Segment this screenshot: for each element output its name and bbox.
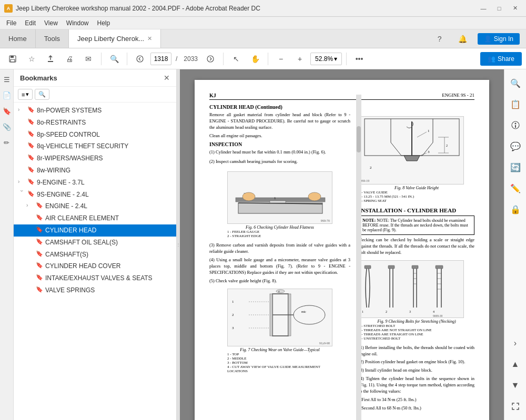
right-comment-button[interactable]: 💬 <box>506 137 525 156</box>
bookmark-label: ENGINE - 2.4L <box>45 202 87 211</box>
pdf-page: KJ ENGINE 9S - 21 CYLINDER HEAD (Continu… <box>195 80 489 420</box>
app-icon: A <box>4 4 13 13</box>
bookmark-8w-wiring[interactable]: › 🔖 8w-WIRING <box>14 165 176 177</box>
bookmark-air-cleaner[interactable]: › 🔖 AIR CLEANER ELEMENT <box>14 212 176 224</box>
bookmark-label: 8w-WIRING <box>37 166 70 175</box>
email-button[interactable]: ✉ <box>80 50 97 67</box>
panel-search-button[interactable]: 🔍 <box>35 89 49 100</box>
toolbar-divider-5 <box>346 53 347 65</box>
pdf-viewer-area[interactable]: KJ ENGINE 9S - 21 CYLINDER HEAD (Continu… <box>180 69 504 420</box>
hand-tool-button[interactable]: ✋ <box>247 50 264 67</box>
pdf-figure-7: 1 2 3 mic 4 91y9-98 <box>209 289 350 373</box>
menu-help[interactable]: Help <box>93 18 115 28</box>
svg-rect-1 <box>11 56 14 58</box>
bookmark-icon: 🔖 <box>36 202 43 209</box>
scroll-up-button[interactable]: ▲ <box>506 355 525 374</box>
panel-options-button[interactable]: ≡ ▾ <box>18 89 33 100</box>
save-button[interactable] <box>4 50 21 67</box>
right-collapse-button[interactable]: › <box>506 334 525 353</box>
select-tool-button[interactable]: ↖ <box>228 50 245 67</box>
right-expand-button[interactable] <box>506 397 525 416</box>
options-arrow: ▾ <box>26 91 29 98</box>
bookmark-8p-speed[interactable]: › 🔖 8p-SPEED CONTROL <box>14 129 176 141</box>
bookmark-engine-24l[interactable]: › 🔖 ENGINE - 2.4L <box>14 200 176 212</box>
share-button[interactable]: 👥 Share <box>480 52 522 66</box>
window-controls[interactable]: — □ ✕ <box>477 3 522 14</box>
pdf-two-col-top: Remove all gasket material from cylinder… <box>209 112 474 414</box>
scroll-down-button[interactable]: ▼ <box>506 376 525 395</box>
panel-close-button[interactable]: ✕ <box>164 74 170 82</box>
bookmarks-panel: Bookmarks ✕ ≡ ▾ 🔍 › 🔖 8n-POWER SYSTEMS ›… <box>14 69 177 420</box>
fig7-labels: 1 - TOP 2 - MIDDLE 3 - BOTTOM 4 - CUT AW… <box>227 352 332 373</box>
bookmark-8q-theft[interactable]: › 🔖 8q-VEHICLE THEFT SECURITY <box>14 140 176 152</box>
signatures-button[interactable]: ✏ <box>1 137 13 148</box>
svg-rect-2 <box>11 59 15 62</box>
right-edit-button[interactable]: ✏️ <box>506 179 525 198</box>
tab-home[interactable]: Home <box>0 29 36 48</box>
minimize-button[interactable]: — <box>477 3 490 14</box>
attachments-button[interactable]: 📎 <box>1 121 13 132</box>
page-number-input[interactable] <box>150 53 171 65</box>
notifications-button[interactable]: 🔔 <box>454 30 471 47</box>
bookmark-camshaft[interactable]: › 🔖 CAMSHAFT(S) <box>14 249 176 261</box>
tab-tools[interactable]: Tools <box>36 29 69 48</box>
tab-document[interactable]: Jeep Liberty Cherok... ✕ <box>69 29 161 48</box>
next-page-button[interactable] <box>202 50 219 67</box>
installation-title: INSTALLATION - CYLINDER HEAD <box>359 207 474 213</box>
bookmark-button[interactable]: ☆ <box>23 50 40 67</box>
bookmark-intake-exhaust[interactable]: › 🔖 INTAKE/EXHAUST VALVES & SEATS <box>14 272 176 284</box>
bookmark-9s-engine-24[interactable]: › 🔖 9S-ENGINE - 2.4L <box>14 189 176 201</box>
menu-edit[interactable]: Edit <box>21 18 40 28</box>
svg-point-62 <box>514 123 516 125</box>
help-button[interactable]: ? <box>431 30 448 47</box>
tab-close-button[interactable]: ✕ <box>147 35 152 42</box>
menu-view[interactable]: View <box>40 18 62 28</box>
sign-in-button[interactable]: 👤 Sign In <box>478 33 520 45</box>
svg-rect-5 <box>238 203 322 213</box>
menu-file[interactable]: File <box>2 18 21 28</box>
share-icon: 👥 <box>488 55 495 63</box>
page-separator: / <box>176 55 177 63</box>
zoom-level-display[interactable]: 52.8% ▾ <box>310 53 342 65</box>
review-icon <box>511 120 520 130</box>
maximize-button[interactable]: □ <box>492 3 506 14</box>
bookmark-cylinder-head-cover[interactable]: › 🔖 CYLINDER HEAD COVER <box>14 260 176 272</box>
right-review-button[interactable] <box>506 116 525 135</box>
fig7-svg: 1 2 3 mic 4 <box>228 289 332 346</box>
bookmark-cylinder-head[interactable]: › 🔖 CYLINDER HEAD <box>14 224 176 237</box>
svg-rect-45 <box>412 265 418 269</box>
svg-text:4: 4 <box>433 310 434 313</box>
right-translate-button[interactable]: 🔄 <box>506 158 525 177</box>
bookmarks-panel-button[interactable]: 🔖 <box>1 105 13 117</box>
bookmark-label: 8p-SPEED CONTROL <box>37 130 100 139</box>
bookmark-8n-power[interactable]: › 🔖 8n-POWER SYSTEMS <box>14 105 176 117</box>
zoom-out-button[interactable]: − <box>272 50 289 67</box>
right-protect-button[interactable]: 🔒 <box>506 200 525 219</box>
more-button[interactable]: ••• <box>351 50 368 67</box>
bookmark-valve-springs[interactable]: › 🔖 VALVE SPRINGS <box>14 284 176 296</box>
print-button[interactable]: 🖨 <box>61 50 78 67</box>
panel-toggle-button[interactable]: ☰ <box>1 74 13 85</box>
fig6-labels: 1 - FEELER GAUGE 2 - STRAIGHT EDGE <box>227 230 332 238</box>
menu-window[interactable]: Window <box>62 18 93 28</box>
svg-point-25 <box>276 290 285 293</box>
svg-text:2: 2 <box>386 310 387 313</box>
close-button[interactable]: ✕ <box>508 3 522 14</box>
bookmark-8r-wipers[interactable]: › 🔖 8r-WIPERS/WASHERS <box>14 152 176 165</box>
prev-page-button[interactable] <box>132 50 148 67</box>
right-search-button[interactable]: 🔍 <box>506 74 525 93</box>
zoom-value: 52.8% <box>315 55 333 63</box>
bookmark-icon: 🔖 <box>36 250 43 257</box>
search-button[interactable]: 🔍 <box>106 50 123 67</box>
upload-button[interactable] <box>42 50 59 67</box>
right-tools-panel: 🔍 📋 💬 🔄 ✏️ 🔒 › ▲ ▼ <box>504 69 526 420</box>
menu-bar: File Edit View Window Help <box>0 17 526 29</box>
bookmark-8o-restraints[interactable]: › 🔖 8o-RESTRAINTS <box>14 117 176 129</box>
bookmark-camshaft-oil[interactable]: › 🔖 CAMSHAFT OIL SEAL(S) <box>14 237 176 249</box>
bookmark-icon: 🔖 <box>27 154 35 161</box>
layers-button[interactable]: 📄 <box>1 89 13 101</box>
arrow-icon: › <box>18 107 25 112</box>
bookmark-9-engine-37[interactable]: › 🔖 9-ENGINE - 3.7L <box>14 177 176 189</box>
zoom-in-button[interactable]: + <box>291 50 308 67</box>
right-thumbnail-button[interactable]: 📋 <box>506 95 525 114</box>
